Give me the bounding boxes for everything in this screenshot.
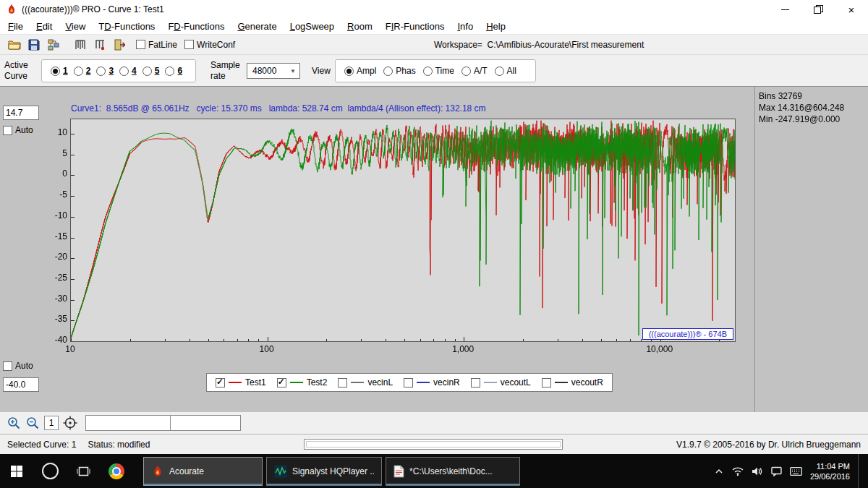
fatline-checkbox[interactable]: FatLine — [136, 40, 177, 50]
view-option-ampl[interactable]: Ampl — [344, 66, 376, 76]
flowchart-button[interactable] — [43, 36, 63, 53]
view-option-a-t[interactable]: A/T — [461, 66, 488, 76]
task-view-button[interactable] — [67, 454, 100, 488]
taskbar-app-acourate[interactable]: Acourate — [143, 457, 263, 486]
menu-item-generate[interactable]: Generate — [231, 20, 283, 33]
taskbar-app-icon — [151, 465, 164, 478]
menu-item-logsweep[interactable]: LogSweep — [284, 20, 341, 33]
clock[interactable]: 11:04 PM 29/06/2016 — [810, 461, 850, 481]
writeconf-checkbox[interactable]: WriteConf — [184, 40, 235, 50]
ymin-input[interactable] — [3, 377, 39, 392]
coord-input-1[interactable] — [85, 415, 171, 431]
start-button[interactable] — [0, 454, 33, 488]
x-tick-label: 1,000 — [441, 344, 485, 354]
legend-item-test2[interactable]: Test2 — [277, 377, 328, 388]
auto-bottom-checkbox[interactable]: Auto — [3, 361, 33, 371]
radio-icon — [383, 67, 393, 76]
zoom-in-icon — [7, 416, 21, 430]
menu-item-help[interactable]: Help — [480, 20, 512, 33]
view-option-label: Phas — [396, 66, 415, 76]
active-curve-option-6[interactable]: 6 — [165, 66, 182, 76]
taskbar-app-c-users-keith-doc[interactable]: *C:\Users\keith\Doc... — [386, 457, 520, 486]
legend-item-vecinl[interactable]: vecinL — [338, 377, 393, 388]
legend-item-vecoutr[interactable]: vecoutR — [542, 377, 603, 388]
menu-item-file[interactable]: File — [1, 20, 30, 33]
frequency-response-chart[interactable] — [71, 119, 735, 341]
network-button[interactable] — [732, 466, 744, 476]
comb-tool-button-1[interactable] — [70, 36, 90, 53]
menu-item-info[interactable]: Info — [451, 20, 480, 33]
sample-rate-label-line2: rate — [210, 71, 240, 82]
notification-button[interactable] — [771, 466, 782, 476]
toolbar: FatLine WriteConf Workspace= C:\Amfibius… — [0, 35, 868, 55]
restore-button[interactable] — [801, 0, 835, 19]
menu-item-view[interactable]: View — [59, 20, 92, 33]
legend-item-vecoutl[interactable]: vecoutL — [471, 377, 531, 388]
view-option-time[interactable]: Time — [423, 66, 454, 76]
view-label: View — [312, 66, 331, 77]
view-option-label: A/T — [474, 66, 488, 76]
plot-area[interactable]: (((acourate)))® - 674B — [70, 119, 736, 342]
touch-keyboard-button[interactable] — [790, 467, 802, 476]
legend-item-vecinr[interactable]: vecinR — [404, 377, 460, 388]
menu-item-fir-functions[interactable]: FIR-Functions — [379, 20, 451, 33]
acourate-flame-icon — [6, 4, 17, 15]
cortana-circle-icon — [42, 463, 59, 479]
checkbox-icon — [338, 378, 347, 388]
ymax-input[interactable] — [3, 106, 39, 120]
active-curve-option-4[interactable]: 4 — [119, 66, 137, 76]
checkbox-icon — [3, 361, 12, 371]
menu-item-edit[interactable]: Edit — [30, 20, 59, 33]
cortana-button[interactable] — [33, 454, 67, 488]
save-button[interactable] — [24, 36, 43, 53]
active-curve-option-5[interactable]: 5 — [142, 66, 160, 76]
acourate-flame-icon — [151, 465, 164, 478]
menu-item-td-functions[interactable]: TD-Functions — [92, 20, 161, 33]
active-curve-option-3[interactable]: 3 — [96, 66, 114, 76]
target-button[interactable] — [61, 414, 80, 432]
view-option-label: All — [507, 66, 516, 76]
radio-icon — [495, 67, 504, 76]
sample-rate-select[interactable]: 48000 ▼ — [247, 63, 300, 79]
open-button[interactable] — [4, 36, 24, 53]
zoom-in-button[interactable] — [4, 414, 23, 432]
volume-button[interactable] — [752, 466, 763, 476]
active-curve-option-1[interactable]: 1 — [51, 66, 68, 76]
y-tick-label: 5 — [43, 148, 67, 158]
taskbar: AcourateSignalyst HQPlayer ...*C:\Users\… — [0, 454, 868, 488]
coord-input-2[interactable] — [170, 415, 241, 431]
auto-top-checkbox[interactable]: Auto — [3, 125, 33, 135]
checkbox-icon — [404, 378, 413, 388]
close-button[interactable]: × — [835, 0, 868, 19]
legend-item-test1[interactable]: Test1 — [216, 377, 266, 388]
active-curve-group: 123456 — [41, 59, 196, 82]
menu-item-fd-functions[interactable]: FD-Functions — [161, 20, 231, 33]
active-curve-option-label: 4 — [132, 66, 137, 76]
workspace-label: Workspace= C:\Amfibius-Acourate\First me… — [434, 40, 644, 50]
acourate-window: (((acourate)))® PRO - Curve 1: Test1 × F… — [0, 0, 868, 488]
windows-logo-icon — [10, 465, 23, 478]
exit-button[interactable] — [109, 36, 129, 53]
zoom-level-button[interactable]: 1 — [44, 416, 59, 430]
checkbox-icon — [216, 378, 225, 388]
active-curve-option-2[interactable]: 2 — [74, 66, 91, 76]
progress-bar — [304, 439, 563, 450]
taskbar-app-signalyst-hqplayer[interactable]: Signalyst HQPlayer ... — [266, 457, 382, 486]
view-option-all[interactable]: All — [495, 66, 516, 76]
tray-expand-button[interactable] — [714, 466, 724, 476]
chevron-down-icon: ▼ — [290, 68, 296, 74]
menu-item-room[interactable]: Room — [341, 20, 379, 33]
comb-marker-icon — [94, 39, 106, 51]
series-color-swatch — [417, 382, 430, 383]
radio-icon — [119, 67, 129, 76]
chrome-button[interactable] — [100, 454, 133, 488]
active-curve-option-label: 5 — [155, 66, 160, 76]
view-option-phas[interactable]: Phas — [383, 66, 415, 76]
zoom-out-button[interactable] — [23, 414, 42, 432]
x-tick-label: 10 — [48, 344, 92, 354]
minimize-button[interactable] — [768, 0, 801, 19]
comb-tool-button-2[interactable] — [90, 36, 109, 53]
y-tick-label: -10 — [43, 210, 67, 221]
show-desktop-button[interactable] — [858, 454, 862, 488]
active-curve-option-label: 3 — [109, 66, 114, 76]
